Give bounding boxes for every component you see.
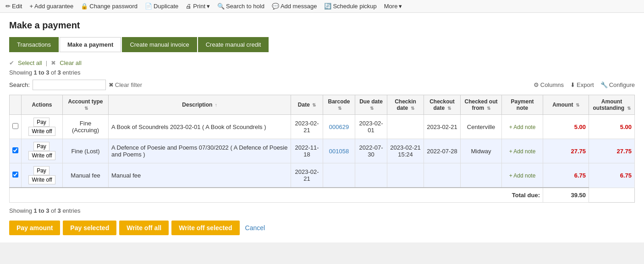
row1-writeoff-button[interactable]: Write off <box>28 127 55 136</box>
row3-description: Manual fee <box>109 163 291 188</box>
lock-icon: 🔒 <box>81 3 88 10</box>
row1-date: 2023-02-21 <box>291 115 323 139</box>
th-description[interactable]: Description ↑ <box>109 95 291 115</box>
write-off-selected-button[interactable]: Write off selected <box>171 221 239 235</box>
row2-actions: Pay Write off <box>22 139 63 163</box>
row3-checked-out-from <box>461 163 502 188</box>
row1-barcode-link[interactable]: 000629 <box>329 124 349 130</box>
row1-add-note-link[interactable]: + Add note <box>509 124 536 130</box>
row2-add-note: + Add note <box>502 139 543 163</box>
row3-account-type: Manual fee <box>63 163 109 188</box>
row2-account-type: Fine (Lost) <box>63 139 109 163</box>
select-bar: ✔ Select all | ✖ Clear all <box>9 59 635 66</box>
export-button[interactable]: ⬇ Export <box>570 81 594 88</box>
add-message-button[interactable]: 💬 Add message <box>272 3 317 10</box>
row2-amount: 27.75 <box>543 139 589 163</box>
row1-description: A Book of Scoundrels 2023-02-01 ( A Book… <box>109 115 291 139</box>
row1-checkout-date: 2023-02-21 <box>424 115 461 139</box>
row1-actions: Pay Write off <box>22 115 63 139</box>
duplicate-icon: 📄 <box>145 3 152 10</box>
page-title: Make a payment <box>9 20 635 31</box>
duplicate-button[interactable]: 📄 Duplicate <box>145 3 178 10</box>
row1-due-date: 2023-02-01 <box>355 115 387 139</box>
sort-outstanding-icon: ⇅ <box>627 106 631 111</box>
showing-text-bottom: Showing 1 to 3 of 3 entries <box>9 207 635 214</box>
search-bar: Search: ✖ Clear filter ⚙ Columns ⬇ Expor… <box>9 80 635 90</box>
write-off-all-button[interactable]: Write off all <box>119 221 169 235</box>
th-amount-outstanding[interactable]: Amount outstanding ⇅ <box>589 95 635 115</box>
edit-button[interactable]: ✏ Edit <box>6 3 22 10</box>
more-button[interactable]: More ▾ <box>384 3 402 10</box>
row3-writeoff-button[interactable]: Write off <box>28 175 55 184</box>
row2-add-note-link[interactable]: + Add note <box>509 148 536 155</box>
row2-checkbox[interactable] <box>12 147 18 153</box>
th-checkout-date[interactable]: Checkout date ⇅ <box>424 95 461 115</box>
edit-icon: ✏ <box>6 3 11 10</box>
row3-date: 2023-02-21 <box>291 163 323 188</box>
row1-add-note: + Add note <box>502 115 543 139</box>
columns-button[interactable]: ⚙ Columns <box>534 81 564 88</box>
row2-barcode-link[interactable]: 001058 <box>329 148 349 155</box>
tab-make-payment[interactable]: Make a payment <box>60 37 121 52</box>
tab-transactions[interactable]: Transactions <box>9 37 59 52</box>
row1-checkin-date <box>387 115 424 139</box>
print-dropdown-icon: ▾ <box>207 3 210 10</box>
search-input[interactable] <box>33 80 106 90</box>
refresh-icon: 🔄 <box>324 3 331 10</box>
clear-all-link[interactable]: Clear all <box>60 59 82 66</box>
sort-duedate-icon: ⇅ <box>370 106 374 111</box>
row1-checkbox[interactable] <box>12 123 18 129</box>
row3-checkout-date <box>424 163 461 188</box>
add-guarantee-button[interactable]: + Add guarantee <box>29 3 73 10</box>
row3-amount: 6.75 <box>543 163 589 188</box>
row2-writeoff-button[interactable]: Write off <box>28 151 55 160</box>
select-all-link[interactable]: Select all <box>18 59 42 66</box>
clear-filter-button[interactable]: ✖ Clear filter <box>109 81 142 88</box>
pay-selected-button[interactable]: Pay selected <box>63 221 116 235</box>
th-due-date[interactable]: Due date ⇅ <box>355 95 387 115</box>
th-checked-out-from[interactable]: Checked out from ⇅ <box>461 95 502 115</box>
sort-checkin-icon: ⇅ <box>411 106 414 111</box>
main-content: Make a payment Transactions Make a payme… <box>0 13 644 242</box>
th-checkbox <box>10 95 22 115</box>
cancel-button[interactable]: Cancel <box>242 221 268 235</box>
row1-amount-outstanding: 5.00 <box>589 115 635 139</box>
row2-amount-outstanding: 27.75 <box>589 139 635 163</box>
total-due-value: 39.50 <box>543 188 589 203</box>
search-label: Search: <box>9 81 30 88</box>
table-row: Pay Write off Fine (Accruing) A Book of … <box>10 115 635 139</box>
change-password-button[interactable]: 🔒 Change password <box>81 3 138 10</box>
sort-desc-icon: ↑ <box>215 102 217 108</box>
row3-barcode <box>323 163 355 188</box>
row1-pay-button[interactable]: Pay <box>33 118 50 127</box>
th-amount[interactable]: Amount ⇅ <box>543 95 589 115</box>
row2-due-date: 2022-07-30 <box>355 139 387 163</box>
th-date[interactable]: Date ⇅ <box>291 95 323 115</box>
th-actions: Actions <box>22 95 63 115</box>
configure-button[interactable]: 🔧 Configure <box>600 81 635 88</box>
row3-add-note-link[interactable]: + Add note <box>509 172 536 179</box>
tab-create-manual-invoice[interactable]: Create manual invoice <box>122 37 197 52</box>
sort-date-icon: ⇅ <box>312 102 316 108</box>
row3-checkbox[interactable] <box>12 172 18 178</box>
row2-checkin-date: 2023-02-21 15:24 <box>387 139 424 163</box>
tab-create-manual-credit[interactable]: Create manual credit <box>198 37 269 52</box>
row3-actions: Pay Write off <box>22 163 63 188</box>
plus-icon: + <box>29 3 33 10</box>
message-icon: 💬 <box>272 3 279 10</box>
search-to-hold-button[interactable]: 🔍 Search to hold <box>217 3 264 10</box>
schedule-pickup-button[interactable]: 🔄 Schedule pickup <box>324 3 376 10</box>
pay-amount-button[interactable]: Pay amount <box>9 221 60 235</box>
row3-amount-outstanding: 6.75 <box>589 163 635 188</box>
th-barcode[interactable]: Barcode ⇅ <box>323 95 355 115</box>
table-row: Pay Write off Fine (Lost) A Defence of P… <box>10 139 635 163</box>
th-checkin-date[interactable]: Checkin date ⇅ <box>387 95 424 115</box>
print-button[interactable]: 🖨 Print ▾ <box>186 3 210 10</box>
configure-icon: 🔧 <box>600 81 608 88</box>
th-account-type[interactable]: Account type ⇅ <box>63 95 109 115</box>
action-buttons: Pay amount Pay selected Write off all Wr… <box>9 221 635 235</box>
sort-amount-icon: ⇅ <box>576 102 579 108</box>
search-left: Search: ✖ Clear filter <box>9 80 142 90</box>
row3-pay-button[interactable]: Pay <box>33 166 50 175</box>
row2-pay-button[interactable]: Pay <box>33 142 50 151</box>
